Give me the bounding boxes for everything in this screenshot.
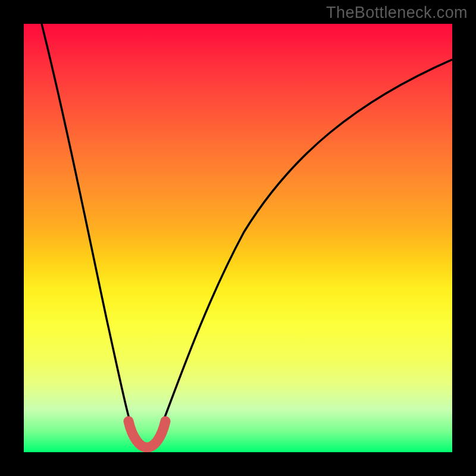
curve-right [156, 60, 452, 440]
chart-frame: TheBottleneck.com [0, 0, 476, 476]
bump-dot-left-lower [128, 430, 137, 439]
bump-dot-right-upper [161, 416, 170, 426]
chart-svg [24, 24, 452, 452]
bump-dot-left-upper [124, 416, 133, 426]
chart-plot-area [24, 24, 452, 452]
watermark-text: TheBottleneck.com [326, 4, 468, 22]
curve-left [42, 24, 137, 441]
bump-dot-right-lower [156, 430, 166, 439]
